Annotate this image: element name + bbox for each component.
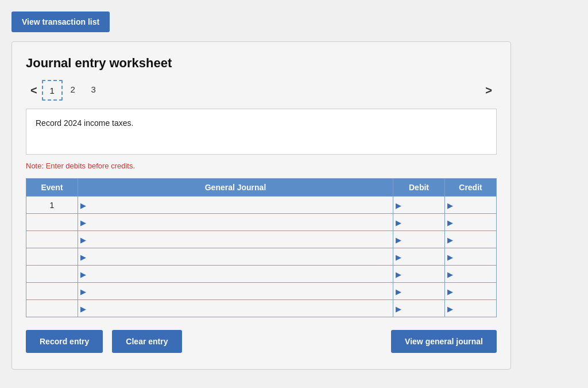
- entry-arrow-icon: ▶: [80, 304, 86, 313]
- table-row: ▶▶▶: [26, 266, 497, 283]
- debit-arrow-icon: ▶: [396, 235, 401, 244]
- debit-cell[interactable]: ▶: [393, 266, 445, 283]
- table-row: ▶▶▶: [26, 300, 497, 317]
- general-journal-input[interactable]: [78, 197, 393, 213]
- debit-cell[interactable]: ▶: [393, 283, 445, 300]
- page-3[interactable]: 3: [83, 80, 104, 101]
- general-journal-input[interactable]: [78, 214, 393, 231]
- debit-arrow-icon: ▶: [396, 201, 401, 209]
- general-journal-input[interactable]: [78, 248, 393, 265]
- debit-cell[interactable]: ▶: [393, 214, 445, 231]
- credit-cell[interactable]: ▶: [445, 231, 497, 248]
- event-cell: 1: [26, 197, 78, 214]
- debit-cell[interactable]: ▶: [393, 300, 445, 317]
- worksheet-container: Journal entry worksheet < 1 2 3 > Record…: [11, 41, 511, 370]
- debit-arrow-icon: ▶: [396, 304, 401, 313]
- event-cell: [26, 266, 78, 283]
- credit-cell[interactable]: ▶: [445, 300, 497, 317]
- credit-cell[interactable]: ▶: [445, 266, 497, 283]
- general-journal-input[interactable]: [78, 300, 393, 317]
- table-row: ▶▶▶: [26, 214, 497, 231]
- next-page-arrow[interactable]: >: [481, 82, 497, 98]
- debit-cell[interactable]: ▶: [393, 248, 445, 266]
- page-1[interactable]: 1: [42, 80, 63, 101]
- description-box: Record 2024 income taxes.: [26, 109, 497, 155]
- entry-arrow-icon: ▶: [80, 201, 86, 209]
- credit-cell[interactable]: ▶: [445, 197, 497, 214]
- event-cell: [26, 214, 78, 231]
- credit-cell[interactable]: ▶: [445, 214, 497, 231]
- note-text: Note: Enter debits before credits.: [26, 162, 497, 170]
- col-header-credit: Credit: [445, 179, 497, 197]
- credit-cell[interactable]: ▶: [445, 248, 497, 266]
- prev-page-arrow[interactable]: <: [26, 82, 42, 98]
- general-journal-input[interactable]: [78, 266, 393, 282]
- general-journal-input[interactable]: [78, 231, 393, 248]
- view-transaction-button[interactable]: View transaction list: [11, 11, 110, 32]
- credit-arrow-icon: ▶: [447, 304, 453, 313]
- event-cell: [26, 231, 78, 248]
- pagination: < 1 2 3 >: [26, 80, 497, 101]
- buttons-row: Record entry Clear entry View general jo…: [26, 330, 497, 353]
- debit-cell[interactable]: ▶: [393, 197, 445, 214]
- table-row: ▶▶▶: [26, 248, 497, 266]
- entry-arrow-icon: ▶: [80, 287, 86, 295]
- credit-cell[interactable]: ▶: [445, 283, 497, 300]
- view-general-journal-button[interactable]: View general journal: [391, 330, 497, 353]
- entry-arrow-icon: ▶: [80, 235, 86, 244]
- debit-arrow-icon: ▶: [396, 252, 401, 261]
- credit-arrow-icon: ▶: [447, 218, 453, 226]
- col-header-debit: Debit: [393, 179, 445, 197]
- debit-arrow-icon: ▶: [396, 287, 401, 295]
- credit-arrow-icon: ▶: [447, 270, 453, 278]
- credit-arrow-icon: ▶: [447, 287, 453, 295]
- general-journal-cell[interactable]: ▶: [78, 266, 393, 283]
- debit-cell[interactable]: ▶: [393, 231, 445, 248]
- event-cell: [26, 283, 78, 300]
- page-2[interactable]: 2: [63, 80, 83, 101]
- debit-arrow-icon: ▶: [396, 218, 401, 226]
- col-header-event: Event: [26, 179, 78, 197]
- general-journal-cell[interactable]: ▶: [78, 283, 393, 300]
- record-entry-button[interactable]: Record entry: [26, 330, 103, 353]
- col-header-general-journal: General Journal: [78, 179, 393, 197]
- general-journal-cell[interactable]: ▶: [78, 197, 393, 214]
- debit-arrow-icon: ▶: [396, 270, 401, 278]
- entry-arrow-icon: ▶: [80, 252, 86, 261]
- table-row: ▶▶▶: [26, 231, 497, 248]
- entry-arrow-icon: ▶: [80, 270, 86, 278]
- credit-arrow-icon: ▶: [447, 252, 453, 261]
- general-journal-cell[interactable]: ▶: [78, 300, 393, 317]
- table-row: 1▶▶▶: [26, 197, 497, 214]
- journal-table: Event General Journal Debit Credit 1▶▶▶▶…: [26, 178, 497, 317]
- credit-arrow-icon: ▶: [447, 235, 453, 244]
- worksheet-title: Journal entry worksheet: [26, 56, 497, 71]
- general-journal-cell[interactable]: ▶: [78, 214, 393, 231]
- event-cell: [26, 248, 78, 266]
- entry-arrow-icon: ▶: [80, 218, 86, 226]
- clear-entry-button[interactable]: Clear entry: [112, 330, 181, 353]
- event-cell: [26, 300, 78, 317]
- credit-arrow-icon: ▶: [447, 201, 453, 209]
- general-journal-cell[interactable]: ▶: [78, 231, 393, 248]
- general-journal-input[interactable]: [78, 283, 393, 299]
- table-row: ▶▶▶: [26, 283, 497, 300]
- general-journal-cell[interactable]: ▶: [78, 248, 393, 266]
